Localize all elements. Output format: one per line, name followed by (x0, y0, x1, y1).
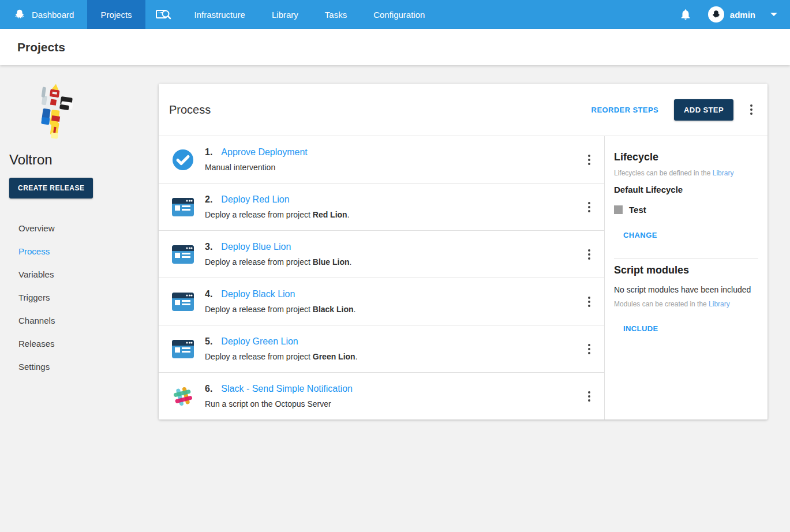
sidebar-item-process[interactable]: Process (9, 239, 149, 263)
phase-swatch-icon (614, 205, 623, 214)
step-title-link[interactable]: Deploy Green Lion (221, 336, 298, 347)
process-title: Process (169, 103, 211, 117)
sidebar-item-releases[interactable]: Releases (9, 332, 149, 355)
process-card-header: Process REORDER STEPS ADD STEP (159, 84, 767, 136)
process-side-panel: Lifecycle Lifecycles can be defined in t… (605, 136, 767, 419)
reorder-steps-button[interactable]: REORDER STEPS (587, 101, 663, 119)
nav-tab-tasks[interactable]: Tasks (312, 0, 360, 29)
process-header-actions: REORDER STEPS ADD STEP (587, 99, 758, 121)
nav-tab-configuration-label: Configuration (373, 10, 425, 20)
sidebar-item-overview[interactable]: Overview (9, 216, 149, 239)
project-nav: Overview Process Variables Triggers Chan… (9, 216, 149, 378)
deploy-release-icon (171, 338, 194, 361)
step-description: Deploy a release from project Blue Lion. (205, 257, 351, 267)
nav-tab-tasks-label: Tasks (325, 10, 347, 20)
content-area: Voltron CREATE RELEASE Overview Process … (0, 65, 790, 419)
step-title-link[interactable]: Approve Deployment (221, 147, 307, 158)
step-row-3: 3. Deploy Blue Lion Deploy a release fro… (159, 231, 604, 278)
step-title-link[interactable]: Slack - Send Simple Notification (221, 384, 353, 394)
step-title-link[interactable]: Deploy Blue Lion (221, 242, 291, 252)
step-description: Deploy a release from project Green Lion… (205, 352, 358, 361)
nav-tab-infrastructure-label: Infrastructure (194, 10, 245, 20)
nav-search-button[interactable] (145, 0, 181, 29)
step-row-2: 2. Deploy Red Lion Deploy a release from… (159, 183, 604, 231)
sidebar-item-variables[interactable]: Variables (9, 263, 149, 286)
nav-tab-infrastructure[interactable]: Infrastructure (181, 0, 259, 29)
step-number: 2. (205, 194, 212, 205)
step-number: 4. (205, 289, 212, 299)
step-number: 5. (205, 336, 212, 347)
page-title: Projects (17, 40, 65, 54)
project-name: Voltron (9, 152, 149, 168)
deploy-release-icon (171, 196, 194, 219)
chevron-down-icon (770, 13, 777, 16)
step-description: Deploy a release from project Black Lion… (205, 305, 355, 314)
sidebar-item-channels[interactable]: Channels (9, 309, 149, 332)
step-row-4: 4. Deploy Black Lion Deploy a release fr… (159, 278, 604, 325)
user-menu[interactable]: admin (708, 6, 777, 23)
step-number: 6. (205, 384, 212, 394)
process-card-body: 1. Approve Deployment Manual interventio… (159, 136, 767, 419)
step-overflow-menu-icon[interactable] (582, 389, 596, 403)
nav-tab-dashboard-label: Dashboard (32, 10, 74, 20)
step-description: Deploy a release from project Red Lion. (205, 210, 350, 219)
lifecycle-name: Default Lifecycle (614, 185, 758, 194)
user-avatar (708, 6, 724, 23)
nav-tab-projects[interactable]: Projects (87, 0, 145, 29)
create-release-button[interactable]: CREATE RELEASE (9, 178, 93, 198)
step-title-link[interactable]: Deploy Black Lion (221, 289, 295, 299)
manual-intervention-check-icon (171, 148, 194, 171)
octopus-logo-icon (13, 8, 26, 21)
step-row-1: 1. Approve Deployment Manual interventio… (159, 136, 604, 183)
step-number: 1. (205, 147, 212, 158)
change-lifecycle-button[interactable]: CHANGE (619, 226, 662, 244)
script-modules-heading: Script modules (614, 264, 758, 276)
add-step-button[interactable]: ADD STEP (674, 99, 733, 121)
sidebar-item-triggers[interactable]: Triggers (9, 286, 149, 309)
step-row-6: 6. Slack - Send Simple Notification Run … (159, 373, 604, 419)
step-title-link[interactable]: Deploy Red Lion (221, 194, 289, 205)
step-overflow-menu-icon[interactable] (582, 342, 596, 356)
page-title-bar: Projects (0, 29, 790, 65)
nav-tab-dashboard[interactable]: Dashboard (0, 0, 87, 29)
library-link[interactable]: Library (709, 300, 730, 308)
project-logo-voltron (25, 84, 78, 143)
lifecycle-heading: Lifecycle (614, 151, 758, 163)
user-name: admin (730, 10, 755, 20)
lifecycle-phase-row: Test (614, 205, 758, 215)
step-number: 3. (205, 242, 212, 252)
nav-right-group: admin (679, 0, 790, 29)
process-card: Process REORDER STEPS ADD STEP 1. (159, 84, 767, 419)
step-overflow-menu-icon[interactable] (582, 200, 596, 214)
nav-tab-library[interactable]: Library (259, 0, 312, 29)
sidebar-item-settings[interactable]: Settings (9, 355, 149, 378)
step-description: Manual intervention (205, 163, 308, 172)
deploy-release-icon (171, 290, 194, 313)
script-modules-empty-text: No script modules have been included (614, 285, 758, 294)
nav-tab-configuration[interactable]: Configuration (360, 0, 438, 29)
slack-icon (171, 385, 194, 408)
steps-list: 1. Approve Deployment Manual interventio… (159, 136, 605, 419)
nav-tab-projects-label: Projects (100, 10, 132, 20)
step-overflow-menu-icon[interactable] (582, 153, 596, 167)
notifications-bell-icon[interactable] (679, 8, 692, 21)
include-module-button[interactable]: INCLUDE (619, 320, 663, 338)
lifecycle-hint: Lifecycles can be defined in the Library (614, 169, 758, 177)
process-overflow-menu-icon[interactable] (744, 103, 758, 117)
deploy-release-icon (171, 243, 194, 266)
panel-divider (614, 258, 758, 258)
step-description: Run a script on the Octopus Server (205, 399, 353, 409)
nav-tab-library-label: Library (272, 10, 298, 20)
phase-label: Test (629, 205, 646, 215)
project-sidebar: Voltron CREATE RELEASE Overview Process … (0, 84, 159, 419)
script-modules-hint: Modules can be created in the Library (614, 300, 758, 308)
step-overflow-menu-icon[interactable] (582, 295, 596, 309)
search-icon (155, 8, 171, 21)
step-overflow-menu-icon[interactable] (582, 248, 596, 261)
top-navbar: Dashboard Projects Infrastructure Librar… (0, 0, 790, 29)
library-link[interactable]: Library (713, 169, 734, 177)
step-row-5: 5. Deploy Green Lion Deploy a release fr… (159, 325, 604, 373)
